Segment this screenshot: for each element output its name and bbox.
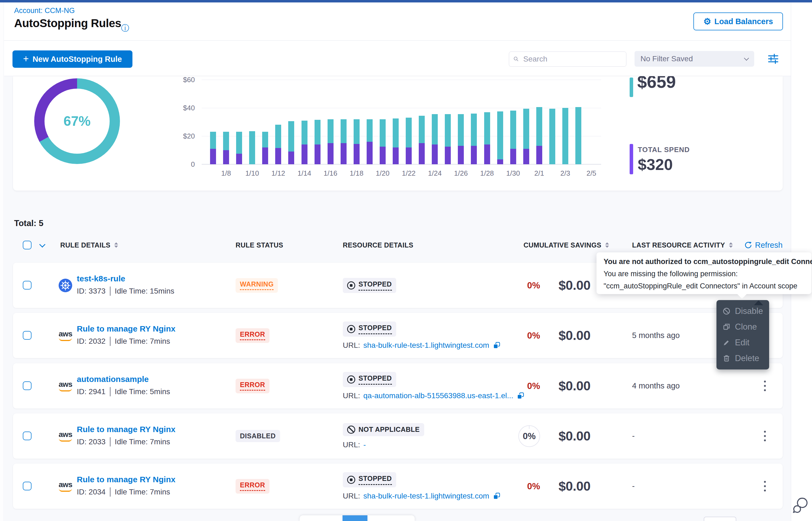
bar-segment-savings [341, 119, 346, 143]
bar-segment-savings [327, 119, 334, 143]
sort-icon [605, 242, 609, 248]
bar-segment-savings [432, 114, 438, 144]
saved-filter-dropdown[interactable]: No Filter Saved [635, 51, 754, 67]
sort-icon [114, 242, 118, 248]
row-checkbox[interactable] [23, 381, 31, 390]
savings-amount: $0.00 [558, 463, 591, 509]
savings-amount: $0.00 [558, 263, 591, 308]
resource-url: URL: qa-automation-alb-515563988.us-east… [343, 391, 525, 400]
zero-savings-ring: 0% [518, 425, 540, 447]
bar-segment-savings [536, 107, 542, 146]
url-link[interactable]: sha-bulk-rule-test-1.lightwingtest.com [363, 341, 489, 350]
not-applicable-icon [347, 426, 355, 434]
bar-segment-spend [510, 149, 516, 164]
bar-segment-spend [341, 143, 346, 164]
resource-state-badge: STOPPED [343, 472, 396, 488]
row-checkbox[interactable] [23, 482, 31, 490]
x-axis-tick: 1/10 [245, 169, 259, 178]
x-axis-tick: 2/5 [586, 169, 596, 178]
menu-item-clone[interactable]: Clone [717, 319, 769, 335]
stopped-icon [347, 376, 355, 384]
pagination-current-page[interactable] [342, 515, 367, 521]
y-axis-tick: 0 [172, 160, 195, 168]
column-cumulative-savings[interactable]: CUMULATIVE SAVINGS [523, 236, 609, 254]
rule-name-link[interactable]: automationsample [77, 375, 149, 384]
pagination-bar[interactable] [300, 515, 415, 521]
filter-sliders-icon[interactable] [767, 52, 779, 65]
page-header [4, 2, 791, 41]
rule-name-link[interactable]: Rule to manage RY Nginx [77, 324, 175, 334]
sort-icon [729, 242, 733, 248]
rule-name-link[interactable]: Rule to manage RY Nginx [77, 425, 175, 434]
aws-icon: aws [57, 463, 73, 509]
x-axis-tick: 1/12 [271, 169, 285, 178]
column-rule-details[interactable]: RULE DETAILS [60, 236, 118, 254]
bar-segment-savings [419, 116, 425, 143]
savings-amount: $0.00 [558, 313, 591, 358]
x-axis-tick: 1/14 [297, 169, 311, 178]
bar-segment-spend [458, 146, 464, 164]
x-axis-tick: 2/1 [534, 169, 544, 178]
menu-item-edit[interactable]: Edit [717, 335, 769, 350]
url-link[interactable]: qa-automation-alb-515563988.us-east-1.el… [363, 391, 513, 400]
info-icon[interactable]: ⓘ [121, 23, 129, 34]
aws-icon: aws [57, 313, 73, 358]
bar-segment-spend [262, 148, 268, 164]
bar-segment-savings [445, 114, 451, 146]
savings-amount: $0.00 [558, 363, 591, 408]
last-activity: 5 months ago [632, 313, 680, 358]
x-axis-tick: 1/30 [506, 169, 520, 178]
rule-name-link[interactable]: test-k8s-rule [77, 274, 125, 283]
column-last-resource-activity[interactable]: LAST RESOURCE ACTIVITY [632, 236, 733, 254]
breadcrumb-account[interactable]: Account: CCM-NG [14, 6, 75, 15]
column-rule-status: RULE STATUS [236, 236, 283, 254]
rule-name-link[interactable]: Rule to manage RY Nginx [77, 475, 175, 484]
page-size-dropdown[interactable] [704, 517, 736, 521]
row-menu-kebab-icon[interactable] [757, 413, 772, 459]
bar-segment-savings [497, 111, 503, 159]
kubernetes-icon [57, 263, 73, 308]
url-link: - [363, 440, 366, 449]
plus-icon: + [23, 54, 29, 64]
url-link[interactable]: sha-bulk-rule-test-1.lightwingtest.com [363, 492, 489, 500]
refresh-icon [744, 241, 752, 249]
edit-icon [723, 339, 731, 347]
row-menu-kebab-icon[interactable] [757, 463, 772, 509]
savings-legend-bar [629, 77, 633, 97]
menu-item-delete[interactable]: Delete [717, 350, 769, 366]
refresh-button[interactable]: Refresh [744, 236, 783, 254]
savings-percent: 0% [527, 381, 540, 391]
rule-details: ID: 2034Idle Time: 7mins [77, 488, 170, 497]
row-checkbox[interactable] [23, 281, 31, 290]
row-checkbox[interactable] [23, 331, 31, 340]
bar-segment-spend [380, 146, 386, 164]
x-axis-tick: 1/26 [454, 169, 468, 178]
savings-amount: $0.00 [558, 413, 591, 459]
rule-details: ID: 2033Idle Time: 7mins [77, 437, 170, 447]
resource-url: URL: - [343, 440, 366, 449]
saved-filter-value: No Filter Saved [640, 54, 693, 63]
x-axis-tick: 1/22 [402, 169, 416, 178]
chevron-down-icon[interactable] [39, 242, 46, 248]
search-box[interactable] [509, 51, 626, 67]
bar-segment-spend [497, 159, 503, 164]
x-axis-tick: 1/24 [428, 169, 442, 178]
x-axis-tick: 1/20 [376, 169, 390, 178]
select-all-checkbox[interactable] [23, 241, 31, 249]
bar-plot: 1/81/101/121/141/161/181/201/221/241/261… [201, 80, 602, 164]
bar-segment-spend [432, 144, 438, 164]
row-checkbox[interactable] [23, 432, 31, 440]
savings-percent: 0% [523, 431, 536, 441]
y-axis-tick: $20 [172, 132, 195, 140]
row-menu-kebab-icon[interactable] [757, 363, 772, 408]
load-balancers-button[interactable]: ⚙ Load Balancers [693, 13, 783, 30]
x-axis-tick: 1/8 [221, 169, 231, 178]
bar-segment-savings [549, 109, 555, 164]
menu-item-disable[interactable]: Disable [717, 303, 769, 319]
x-axis-tick: 2/3 [560, 169, 570, 178]
chat-help-icon[interactable] [793, 496, 809, 518]
savings-value: $659 [637, 76, 676, 92]
status-badge: ERROR [236, 328, 270, 343]
new-autostopping-rule-button[interactable]: + New AutoStopping Rule [13, 50, 132, 68]
search-input[interactable] [523, 54, 622, 64]
